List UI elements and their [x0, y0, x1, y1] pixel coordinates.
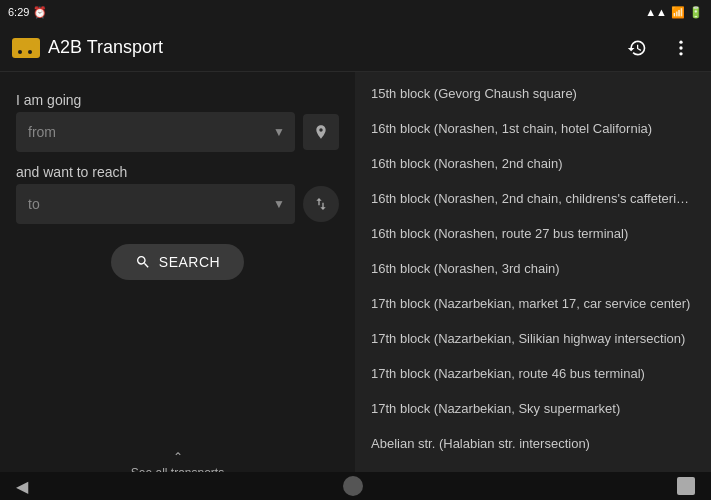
list-item[interactable]: 16th block (Norashen, 2nd chain)	[355, 146, 711, 181]
svg-point-6	[679, 52, 682, 55]
list-item[interactable]: 16th block (Norashen, 2nd chain, childre…	[355, 181, 711, 216]
time-display: 6:29	[8, 6, 29, 18]
history-button[interactable]	[619, 30, 655, 66]
svg-point-4	[679, 40, 682, 43]
to-dropdown[interactable]: to	[16, 184, 295, 224]
and-want-to-reach-label: and want to reach	[16, 164, 339, 180]
from-input-wrapper: from ▼	[16, 112, 295, 152]
search-button-label: SEARCH	[159, 254, 220, 270]
from-input-row: from ▼	[16, 112, 339, 152]
and-want-to-reach-section: and want to reach to ▼	[16, 164, 339, 224]
see-all-chevron-icon: ⌃	[173, 450, 183, 464]
wifi-icon: ▲▲	[645, 6, 667, 18]
app-bar-actions	[619, 30, 699, 66]
left-panel: I am going from ▼ and want to reach	[0, 72, 355, 500]
svg-point-5	[679, 46, 682, 49]
status-left: 6:29 ⏰	[8, 6, 47, 19]
location-button[interactable]	[303, 114, 339, 150]
list-item[interactable]: 17th block (Nazarbekian, market 17, car …	[355, 286, 711, 321]
list-item[interactable]: 17th block (Nazarbekian, Sky supermarket…	[355, 391, 711, 426]
list-item[interactable]: 15th block (Gevorg Chaush square)	[355, 76, 711, 111]
svg-rect-1	[18, 41, 32, 46]
alarm-icon: ⏰	[33, 6, 47, 19]
from-dropdown[interactable]: from	[16, 112, 295, 152]
back-button[interactable]: ◀	[16, 477, 28, 496]
list-item[interactable]: 16th block (Norashen, route 27 bus termi…	[355, 216, 711, 251]
status-bar: 6:29 ⏰ ▲▲ 📶 🔋	[0, 0, 711, 24]
app-logo-icon	[12, 38, 40, 58]
main-content: I am going from ▼ and want to reach	[0, 72, 711, 500]
app-bar: A2B Transport	[0, 24, 711, 72]
more-options-button[interactable]	[663, 30, 699, 66]
to-input-wrapper: to ▼	[16, 184, 295, 224]
bottom-nav-bar: ◀	[0, 472, 711, 500]
svg-point-2	[18, 50, 22, 54]
i-am-going-label: I am going	[16, 92, 339, 108]
right-panel: 15th block (Gevorg Chaush square)16th bl…	[355, 72, 711, 500]
list-item[interactable]: 17th block (Nazarbekian, Silikian highwa…	[355, 321, 711, 356]
status-right: ▲▲ 📶 🔋	[645, 6, 703, 19]
home-button[interactable]	[343, 476, 363, 496]
i-am-going-section: I am going from ▼	[16, 92, 339, 152]
app-title: A2B Transport	[48, 37, 163, 58]
svg-point-3	[28, 50, 32, 54]
list-item[interactable]: Abelian str. (Halabian str. intersection…	[355, 426, 711, 461]
swap-button[interactable]	[303, 186, 339, 222]
list-item[interactable]: 16th block (Norashen, 3rd chain)	[355, 251, 711, 286]
list-item[interactable]: 16th block (Norashen, 1st chain, hotel C…	[355, 111, 711, 146]
app-bar-title-group: A2B Transport	[12, 37, 619, 58]
list-item[interactable]: 17th block (Nazarbekian, route 46 bus te…	[355, 356, 711, 391]
battery-icon: 🔋	[689, 6, 703, 19]
signal-icon: 📶	[671, 6, 685, 19]
recents-button[interactable]	[677, 477, 695, 495]
search-button[interactable]: SEARCH	[111, 244, 244, 280]
to-input-row: to ▼	[16, 184, 339, 224]
